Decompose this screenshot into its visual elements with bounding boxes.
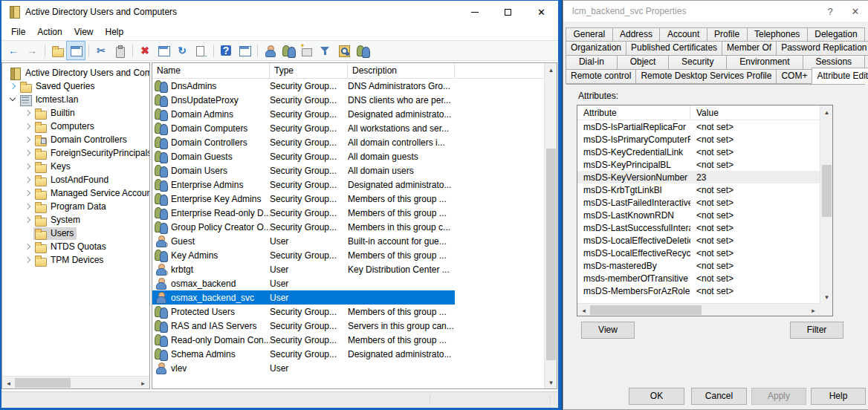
Domain Users[interactable]: Domain Users Security Group... All domai… (152, 163, 455, 178)
scroll-down-icon[interactable]: ▾ (820, 290, 833, 303)
attribute-row[interactable]: msDS-IsPrimaryComputerFor <not set> (577, 133, 820, 146)
tree-item[interactable]: LostAndFound (2, 173, 149, 186)
paste-icon[interactable] (111, 42, 129, 59)
tree-item[interactable]: ForeignSecurityPrincipals (2, 146, 149, 160)
column-header[interactable]: Name (152, 63, 270, 78)
attribute-row[interactable]: msDS-MembersForAzRoleBL <not set> (577, 284, 820, 297)
Enterprise Read-only D...[interactable]: Enterprise Read-only D... Security Group… (152, 206, 455, 220)
Domain Admins[interactable]: Domain Admins Security Group... Designat… (152, 107, 455, 121)
attribute-row[interactable]: msDS-KeyCredentialLink <not set> (577, 146, 820, 158)
attribute-column-header[interactable]: Attribute (577, 105, 690, 120)
tab[interactable]: Address (612, 27, 661, 42)
DnsUpdateProxy[interactable]: DnsUpdateProxy Security Group... DNS cli… (152, 93, 455, 107)
tab[interactable]: Environment (726, 55, 803, 70)
delegate-icon[interactable] (354, 42, 372, 59)
attribute-row[interactable]: msds-memberOfTransitive <not set> (577, 272, 820, 284)
tab[interactable]: COM+ (776, 69, 812, 84)
Guest[interactable]: Guest User Built-in account for gue... (152, 234, 455, 248)
chevron-icon[interactable] (23, 135, 32, 144)
export-list-icon[interactable] (192, 42, 210, 59)
tree-item[interactable]: Builtin (2, 106, 149, 120)
Enterprise Admins[interactable]: Enterprise Admins Security Group... Desi… (152, 178, 455, 192)
Enterprise Key Admins[interactable]: Enterprise Key Admins Security Group... … (152, 192, 455, 206)
attribute-row[interactable]: msDS-KrbTgtLinkBl <not set> (577, 183, 820, 196)
scroll-right-icon[interactable]: ▸ (137, 377, 149, 389)
chevron-icon[interactable] (23, 202, 32, 211)
cancel-button[interactable]: Cancel (691, 388, 747, 405)
tree-item[interactable]: Managed Service Accounts (2, 186, 149, 200)
chevron-icon[interactable] (23, 256, 32, 264)
menu-item[interactable]: View (68, 25, 100, 39)
tree-item[interactable]: TPM Devices (2, 253, 149, 267)
chevron-icon[interactable] (23, 242, 32, 251)
dialog-help-button[interactable]: ? (817, 1, 843, 22)
tab[interactable]: Security (668, 55, 727, 70)
tab[interactable]: Password Replication (776, 41, 868, 56)
tree-item[interactable]: Program Data (2, 200, 149, 213)
scroll-up-icon[interactable]: ▴ (820, 105, 833, 118)
close-button[interactable]: ✕ (525, 1, 558, 23)
set-filter-icon[interactable] (317, 42, 334, 59)
attribute-row[interactable]: msDS-LastKnownRDN <not set> (577, 209, 820, 221)
forward-icon[interactable]: → (23, 42, 41, 59)
tree-item[interactable]: Users (2, 227, 149, 240)
scroll-up-icon[interactable]: ▴ (545, 63, 557, 76)
scroll-right-icon[interactable]: ▸ (807, 304, 820, 316)
tab[interactable]: Object (617, 55, 669, 70)
tree-item[interactable]: System (2, 213, 149, 227)
list-vertical-scrollbar[interactable]: ▴ ▾ (544, 63, 557, 388)
Schema Admins[interactable]: Schema Admins Security Group... Designat… (152, 347, 455, 361)
vlev[interactable]: vlev User (152, 361, 455, 375)
tree-horizontal-scrollbar[interactable]: ◂ ▸ (2, 376, 149, 388)
chevron-icon[interactable] (23, 229, 32, 238)
chevron-icon[interactable] (23, 122, 32, 131)
chevron-icon[interactable] (23, 149, 32, 157)
menu-item[interactable]: Action (31, 25, 68, 39)
cut-icon[interactable]: ✂ (92, 42, 110, 59)
osmax_backend_svc[interactable]: osmax_backend_svc User (152, 290, 455, 305)
tree-item[interactable]: lcmtest.lan (2, 93, 149, 106)
new-user-icon[interactable] (261, 42, 279, 59)
up-one-level-icon[interactable] (48, 42, 66, 59)
tab[interactable]: Dial-in (566, 55, 618, 70)
chevron-icon[interactable] (8, 82, 17, 91)
new-ou-icon[interactable] (298, 42, 316, 59)
Group Policy Creator O...[interactable]: Group Policy Creator O... Security Group… (152, 220, 455, 234)
attribute-horizontal-scrollbar[interactable]: ◂ ▸ (577, 303, 820, 316)
tab[interactable]: Attribute Editor (812, 68, 868, 84)
attribute-row[interactable]: msDS-LocalEffectiveDeletio... <not set> (577, 234, 820, 247)
tree-item[interactable]: Active Directory Users and Computers (2, 66, 149, 79)
maximize-button[interactable] (491, 1, 525, 23)
scroll-left-icon[interactable]: ◂ (2, 377, 15, 389)
Protected Users[interactable]: Protected Users Security Group... Member… (152, 305, 455, 319)
attribute-row[interactable]: msDS-LastFailedInteractiveL... <not set> (577, 196, 820, 209)
properties-window-icon[interactable] (155, 42, 172, 59)
tab[interactable]: Organization (566, 41, 626, 56)
dialog-title-bar[interactable]: lcm_backend_svc Properties ? ✕ (563, 1, 868, 22)
DnsAdmins[interactable]: DnsAdmins Security Group... DNS Administ… (152, 79, 455, 93)
RAS and IAS Servers[interactable]: RAS and IAS Servers Security Group... Se… (152, 319, 455, 333)
help-icon[interactable]: ? (217, 42, 235, 59)
tree-item[interactable]: Domain Controllers (2, 133, 149, 146)
chevron-icon[interactable] (23, 162, 32, 171)
tree-item[interactable]: Keys (2, 160, 149, 173)
attribute-row[interactable]: msDS-KeyVersionNumber 23 (577, 171, 820, 183)
tab[interactable]: Remote Desktop Services Profile (635, 69, 777, 84)
scroll-thumb[interactable] (822, 165, 832, 217)
value-column-header[interactable]: Value (690, 108, 820, 118)
attribute-row[interactable]: msDS-IsPartialReplicaFor <not set> (577, 120, 820, 133)
tab[interactable]: Telephones (747, 27, 808, 42)
delete-icon[interactable]: ✖ (136, 42, 154, 59)
find-icon[interactable] (335, 42, 353, 59)
Domain Computers[interactable]: Domain Computers Security Group... All w… (152, 121, 455, 135)
column-header[interactable]: Description (348, 63, 455, 78)
tree-item[interactable]: NTDS Quotas (2, 240, 149, 253)
chevron-icon[interactable] (23, 175, 32, 184)
view-button[interactable]: View (581, 322, 635, 339)
view-window-icon[interactable] (236, 42, 253, 59)
scroll-thumb[interactable] (546, 149, 556, 360)
Domain Guests[interactable]: Domain Guests Security Group... All doma… (152, 149, 455, 163)
tree-item[interactable]: Saved Queries (2, 79, 149, 93)
tab[interactable]: General (566, 27, 613, 42)
ok-button[interactable]: OK (629, 388, 684, 405)
